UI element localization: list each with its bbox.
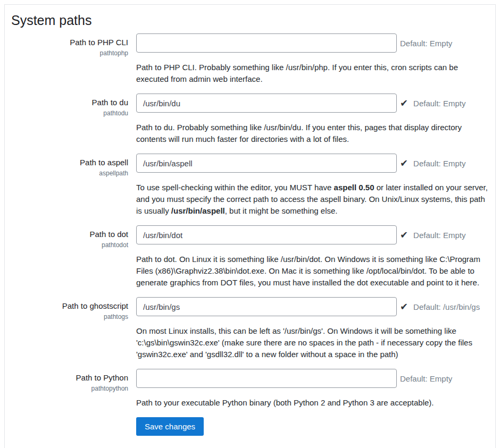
setting-input-line: ✔ Default: Empty bbox=[136, 225, 488, 244]
setting-shortname: pathtodu bbox=[5, 109, 128, 117]
setting-input[interactable] bbox=[136, 154, 397, 173]
default-value-label: Default: Empty bbox=[400, 39, 452, 48]
setting-row: Path to PHP CLI pathtophp Default: Empty… bbox=[5, 33, 495, 85]
save-changes-button[interactable]: Save changes bbox=[136, 417, 204, 436]
setting-shortname: pathtodot bbox=[5, 241, 128, 249]
system-paths-panel: System paths Path to PHP CLI pathtophp D… bbox=[4, 4, 496, 448]
setting-input-line: ✔ Default: Empty bbox=[136, 154, 488, 173]
setting-value-column: Default: Empty Path to PHP CLI. Probably… bbox=[136, 33, 495, 85]
setting-shortname: aspellpath bbox=[5, 170, 128, 177]
default-value-label: Default: Empty bbox=[413, 231, 465, 240]
setting-shortname: pathtopython bbox=[5, 385, 128, 392]
setting-value-column: ✔ Default: Empty Path to du. Probably so… bbox=[136, 94, 495, 145]
settings-list: Path to PHP CLI pathtophp Default: Empty… bbox=[5, 33, 495, 409]
page-title: System paths bbox=[11, 12, 495, 28]
setting-label: Path to Python bbox=[5, 373, 128, 383]
save-spacer bbox=[5, 417, 136, 436]
description-bold-text: aspell 0.50 bbox=[334, 183, 374, 192]
setting-label: Path to du bbox=[5, 97, 128, 108]
setting-label-column: Path to ghostscript pathtogs bbox=[5, 297, 136, 360]
setting-shortname: pathtophp bbox=[5, 49, 128, 57]
setting-label-column: Path to dot pathtodot bbox=[5, 225, 136, 289]
description-text: To use spell-checking within the editor,… bbox=[136, 183, 334, 192]
setting-input[interactable] bbox=[136, 297, 397, 316]
setting-input[interactable] bbox=[136, 369, 397, 388]
check-icon: ✔ bbox=[400, 158, 408, 168]
setting-input-line: Default: Empty bbox=[136, 369, 488, 388]
default-value-label: Default: /usr/bin/gs bbox=[413, 302, 480, 311]
setting-row: Path to Python pathtopython Default: Emp… bbox=[5, 369, 495, 409]
setting-label-column: Path to PHP CLI pathtophp bbox=[5, 33, 136, 85]
setting-description: To use spell-checking within the editor,… bbox=[136, 182, 488, 217]
setting-input[interactable] bbox=[136, 33, 397, 53]
description-text: Path to PHP CLI. Probably something like… bbox=[136, 63, 458, 83]
setting-input-line: Default: Empty bbox=[136, 33, 488, 53]
check-icon: ✔ bbox=[400, 302, 408, 311]
setting-description: On most Linux installs, this can be left… bbox=[136, 325, 488, 360]
setting-input[interactable] bbox=[136, 94, 397, 113]
setting-label: Path to PHP CLI bbox=[5, 37, 128, 48]
setting-value-column: ✔ Default: /usr/bin/gs On most Linux ins… bbox=[136, 297, 495, 360]
check-icon: ✔ bbox=[400, 230, 408, 240]
setting-label: Path to aspell bbox=[5, 157, 128, 168]
setting-value-column: ✔ Default: Empty To use spell-checking w… bbox=[136, 154, 495, 217]
default-value-label: Default: Empty bbox=[400, 374, 452, 383]
setting-label-column: Path to aspell aspellpath bbox=[5, 154, 136, 217]
setting-label: Path to dot bbox=[5, 229, 128, 240]
setting-label-column: Path to Python pathtopython bbox=[5, 369, 136, 409]
save-row: Save changes bbox=[5, 417, 495, 436]
description-text: , but it might be something else. bbox=[225, 206, 338, 215]
description-text: Path to du. Probably something like /usr… bbox=[136, 123, 462, 143]
setting-value-column: Default: Empty Path to your executable P… bbox=[136, 369, 495, 409]
setting-row: Path to du pathtodu ✔ Default: Empty Pat… bbox=[5, 94, 495, 145]
setting-shortname: pathtogs bbox=[5, 313, 128, 320]
check-icon: ✔ bbox=[400, 98, 408, 108]
setting-input-line: ✔ Default: /usr/bin/gs bbox=[136, 297, 488, 316]
description-bold-text: /usr/bin/aspell bbox=[171, 206, 225, 215]
setting-row: Path to dot pathtodot ✔ Default: Empty P… bbox=[5, 225, 495, 289]
setting-description: Path to du. Probably something like /usr… bbox=[136, 122, 488, 145]
setting-value-column: ✔ Default: Empty Path to dot. On Linux i… bbox=[136, 225, 495, 289]
description-text: Path to your executable Python binary (b… bbox=[136, 398, 434, 407]
setting-row: Path to ghostscript pathtogs ✔ Default: … bbox=[5, 297, 495, 360]
setting-label-column: Path to du pathtodu bbox=[5, 94, 136, 145]
setting-description: Path to PHP CLI. Probably something like… bbox=[136, 62, 488, 85]
setting-description: Path to your executable Python binary (b… bbox=[136, 397, 488, 409]
setting-input-line: ✔ Default: Empty bbox=[136, 94, 488, 113]
setting-row: Path to aspell aspellpath ✔ Default: Emp… bbox=[5, 154, 495, 217]
default-value-label: Default: Empty bbox=[413, 159, 465, 168]
setting-input[interactable] bbox=[136, 225, 397, 244]
setting-label: Path to ghostscript bbox=[5, 301, 128, 311]
description-text: On most Linux installs, this can be left… bbox=[136, 326, 472, 359]
description-text: Path to dot. On Linux it is something li… bbox=[136, 255, 480, 287]
default-value-label: Default: Empty bbox=[413, 99, 465, 108]
setting-description: Path to dot. On Linux it is something li… bbox=[136, 253, 488, 289]
